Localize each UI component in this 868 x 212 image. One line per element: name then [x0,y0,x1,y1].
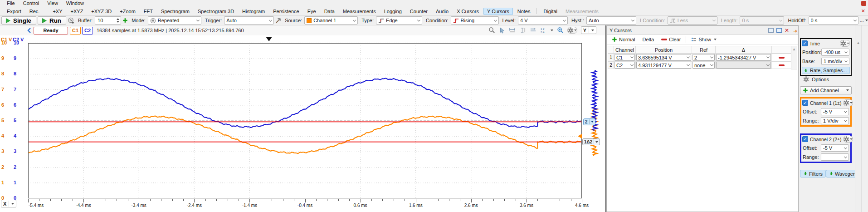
add-normal-cursor-button[interactable]: Normal [610,36,637,43]
menu-view[interactable]: View [43,0,62,7]
channel2-settings-button[interactable] [843,136,853,143]
dock-arrow-icon[interactable]: ➜ [793,28,797,34]
cursor-delta-select[interactable]: -1.2945343427 V [716,54,771,61]
rate-samples-expander[interactable]: Rate, Samples... [802,67,850,74]
undock-panel-icon[interactable] [768,28,774,33]
time-checkbox[interactable]: ✓ [802,40,808,46]
lcondition-select[interactable]: Less [668,16,717,25]
source-select[interactable]: Channel 1 [304,16,358,25]
buffer-spin-arrows[interactable] [115,17,121,24]
waveform-plot[interactable] [28,35,582,198]
cursor-ref-select[interactable]: 2 [692,54,715,61]
single-button[interactable]: Single [1,16,36,25]
tab-logging[interactable]: Logging [380,8,405,15]
cursor2-handle[interactable]: 2 [583,118,595,125]
acquisition-clock-icon[interactable] [68,17,74,24]
scroll-up-icon[interactable]: ▲ [792,47,796,51]
holdoff-select[interactable]: 0 s [809,16,858,25]
time-base-select[interactable]: 1 ms/div [821,58,849,65]
filters-expander[interactable]: Filters [800,170,826,177]
run-button[interactable]: Run [38,16,66,25]
trigger-tool-icon[interactable] [275,18,281,24]
tab-measurements[interactable]: Measurements [562,8,602,15]
channel1-status-badge[interactable]: C1 [70,27,81,35]
options-button[interactable]: Options [803,76,829,82]
spin-up-icon[interactable] [117,18,119,20]
channel2-status-badge[interactable]: C2 [82,27,93,35]
scroll-up-icon[interactable]: ▲ [857,41,860,45]
tab-zoom[interactable]: +Zoom [116,8,139,15]
tab-spectrogram-3d[interactable]: Spectrogram 3D [194,8,238,15]
toolbar-overflow-button[interactable]: ... [860,18,868,23]
channel1-offset-select[interactable]: -5 V [821,108,849,115]
level-select[interactable]: 4 V [518,16,568,25]
close-view-icon[interactable]: ✕ [861,8,865,14]
close-panel-icon[interactable]: ✕ [785,28,789,33]
channel1-range-select[interactable]: 1 V/div [821,117,849,124]
cursor-delta-select[interactable] [716,62,771,69]
add-channel-button[interactable]: Add Channel [800,86,852,94]
channel1-settings-button[interactable] [843,99,853,106]
zoom-in-icon[interactable] [557,27,564,34]
y-axis-selector[interactable]: Y [581,26,596,34]
cursor-ref-select[interactable]: none [692,62,715,69]
tab-data[interactable]: Data [321,8,338,15]
remove-cursor-button[interactable] [772,54,791,61]
menu-control[interactable]: Control [19,0,43,7]
trigger-level-marker[interactable] [578,134,582,138]
menu-window[interactable]: Window [62,0,88,7]
tab-measurements[interactable]: Measurements [339,8,380,15]
tab-notes[interactable]: Notes [514,8,534,15]
cursors-tool-icon[interactable] [530,27,536,33]
show-menu-button[interactable]: Show [689,36,719,43]
panel-scrollbar[interactable]: ▲ [855,25,862,212]
tab-fft[interactable]: FFT [140,8,156,15]
cursor-position-select[interactable]: 3.636595134 V [636,54,691,61]
clear-cursors-button[interactable]: Clear [659,36,683,43]
tab-audio[interactable]: Audio [432,8,452,15]
tab-eye[interactable]: Eye [304,8,320,15]
trigger-select[interactable]: Auto [224,16,274,25]
tab-persistence[interactable]: Persistence [269,8,302,15]
tab-histogram[interactable]: Histogram [239,8,268,15]
cursor-channel-select[interactable]: C2 [614,62,635,69]
channel2-checkbox[interactable]: ✓ [802,136,808,142]
table-scrollbar[interactable]: ▲ [791,46,797,69]
tab-export[interactable]: Export [3,8,25,15]
menu-file[interactable]: File [3,0,19,7]
time-settings-button[interactable] [840,40,850,47]
mode-select[interactable]: Repeated [148,16,201,25]
channel2-offset-select[interactable]: -5 V [821,144,849,152]
h-measure-icon[interactable] [509,27,516,33]
cursor-position-select[interactable]: 4.931129477 V [636,62,691,69]
cursor-channel-select[interactable]: C1 [614,54,635,61]
tab-digital[interactable]: Digital [540,8,561,15]
tab-xyz[interactable]: +XYZ [67,8,87,15]
tab-rec[interactable]: Rec. [26,8,44,15]
remove-cursor-button[interactable] [772,61,791,69]
plot-settings-button[interactable] [567,27,577,34]
zoom-icon[interactable] [488,27,495,34]
quad-view-icon[interactable]: 1 23 4 [540,27,547,34]
channel2-range-select[interactable] [821,153,849,161]
spin-down-icon[interactable] [117,21,119,23]
tab-x-cursors[interactable]: X Cursors [453,8,483,15]
tools-dropdown-icon[interactable] [551,30,553,31]
time-position-select[interactable]: -400 us [821,49,849,56]
add-delta-cursor-button[interactable]: Delta [640,36,656,43]
maximize-panel-icon[interactable] [776,28,782,33]
tab-counter[interactable]: Counter [406,8,431,15]
condition-select[interactable]: Rising [451,16,499,25]
collapse-left-icon[interactable] [26,27,32,34]
tab-spectrogram[interactable]: Spectrogram [157,8,193,15]
hysteresis-select[interactable]: Auto [586,16,636,25]
cursor1-handle[interactable]: 1Δ2 [582,138,600,145]
type-select[interactable]: Edge [376,16,422,25]
pointer-icon[interactable] [499,27,505,34]
length-select[interactable]: 0 s [740,16,784,25]
add-config-icon[interactable] [122,18,128,23]
channel1-checkbox[interactable]: ✓ [802,100,808,106]
v-measure-icon[interactable] [519,27,526,33]
buffer-stepper[interactable]: 10 [95,16,121,25]
tab-xyz-3d[interactable]: +XYZ 3D [88,8,115,15]
